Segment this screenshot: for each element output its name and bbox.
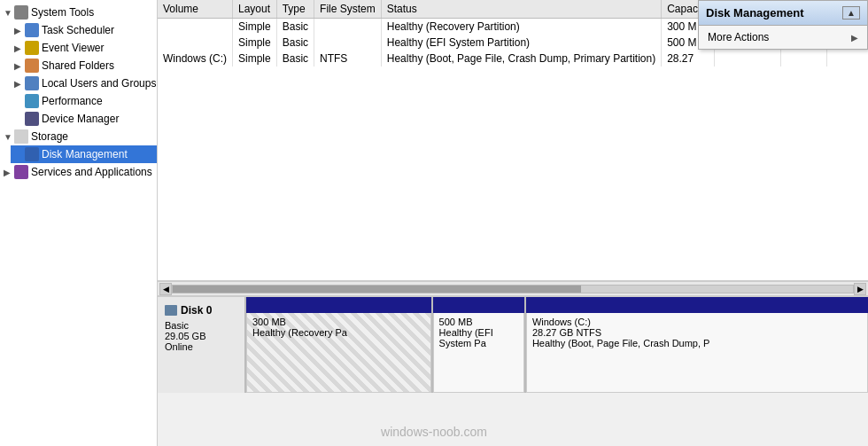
partition-windows[interactable]: Windows (C:) 28.27 GB NTFS Healthy (Boot… <box>526 297 868 393</box>
cell-ft <box>826 51 868 67</box>
col-fs: File System <box>314 0 382 19</box>
svcapp-icon <box>14 165 28 179</box>
sidebar-label-svcapp: Services and Applications <box>31 166 152 178</box>
sidebar-item-disk-management[interactable]: Disk Management <box>11 145 157 163</box>
sidebar-item-performance[interactable]: Performance <box>11 92 157 110</box>
col-volume: Volume <box>158 0 233 19</box>
col-status: Status <box>381 0 661 19</box>
expander-shared: ▶ <box>14 61 25 71</box>
sidebar: ▼ System Tools ▶ Task Scheduler ▶ Event … <box>0 0 158 446</box>
action-panel-title: Disk Management <box>706 6 804 20</box>
sidebar-label-perf: Performance <box>42 95 103 107</box>
col-layout: Layout <box>233 0 277 19</box>
cell-status: Healthy (EFI System Partition) <box>381 35 661 51</box>
cell-type: Basic <box>276 51 314 67</box>
partition-recovery[interactable]: 300 MB Healthy (Recovery Pa <box>246 297 433 393</box>
disk-partitions-container: 300 MB Healthy (Recovery Pa 500 MB Healt… <box>246 297 868 393</box>
tools-icon <box>14 5 28 20</box>
cell-type: Basic <box>276 19 314 35</box>
partition-body-windows: Windows (C:) 28.27 GB NTFS Healthy (Boot… <box>526 313 868 393</box>
disk-name: Disk 0 <box>165 304 237 317</box>
partition-status-recovery: Healthy (Recovery Pa <box>252 327 425 338</box>
expander-storage[interactable]: ▼ <box>4 132 14 142</box>
partition-efi[interactable]: 500 MB Healthy (EFI System Pa <box>433 297 526 393</box>
col-type: Type <box>276 0 314 19</box>
sidebar-label-devmgr: Device Manager <box>42 113 119 125</box>
cell-volume: Windows (C:) <box>158 51 233 67</box>
disk-visual-area: Disk 0 Basic 29.05 GB Online 300 MB Heal… <box>158 295 868 393</box>
partition-body-efi: 500 MB Healthy (EFI System Pa <box>433 313 524 393</box>
disk-info: Disk 0 Basic 29.05 GB Online <box>158 297 246 393</box>
devmgr-icon <box>25 112 39 126</box>
extra-disk-area <box>158 393 868 446</box>
cell-layout: Simple <box>233 19 277 35</box>
sidebar-item-local-users[interactable]: ▶ Local Users and Groups <box>11 74 157 92</box>
cell-layout: Simple <box>233 35 277 51</box>
cell-free <box>714 51 780 67</box>
partition-bar-recovery <box>246 297 431 313</box>
shared-icon <box>25 59 39 73</box>
cell-fs: NTFS <box>314 51 382 67</box>
more-actions-arrow-icon: ▶ <box>851 33 858 43</box>
sidebar-label-shared: Shared Folders <box>42 59 114 72</box>
task-icon <box>25 23 39 37</box>
action-panel-header: Disk Management ▲ <box>699 1 867 26</box>
scroll-right-arrow[interactable]: ▶ <box>854 283 866 295</box>
sidebar-label-event: Event Viewer <box>42 42 104 54</box>
expander-users: ▶ <box>14 79 25 89</box>
disk-label: Disk 0 <box>181 304 212 317</box>
cell-capacity: 28.27 <box>662 51 715 67</box>
cell-type: Basic <box>276 35 314 51</box>
sidebar-item-system-tools[interactable]: ▼ System Tools <box>0 4 157 21</box>
sidebar-item-event-viewer[interactable]: ▶ Event Viewer <box>11 39 157 57</box>
expander-event: ▶ <box>14 43 25 53</box>
sidebar-label-users: Local Users and Groups <box>42 77 156 90</box>
partition-size-windows: 28.27 GB NTFS <box>532 327 862 338</box>
cell-fs <box>314 35 382 51</box>
scroll-left-arrow[interactable]: ◀ <box>159 283 172 295</box>
sidebar-item-storage[interactable]: ▼ Storage <box>0 128 157 145</box>
expander-diskmgmt <box>14 150 25 160</box>
storage-icon <box>14 129 28 144</box>
partition-status-efi: Healthy (EFI System Pa <box>439 327 518 348</box>
partition-bar-efi <box>433 297 524 313</box>
cell-layout: Simple <box>233 51 277 67</box>
partitions-row: 300 MB Healthy (Recovery Pa 500 MB Healt… <box>246 297 868 393</box>
scrollbar-thumb[interactable] <box>173 286 581 293</box>
table-row[interactable]: Windows (C:) Simple Basic NTFS Healthy (… <box>158 51 868 67</box>
cell-pct <box>780 51 826 67</box>
sidebar-item-task-scheduler[interactable]: ▶ Task Scheduler <box>11 21 157 39</box>
more-actions-label: More Actions <box>708 31 769 43</box>
horizontal-scrollbar[interactable]: ◀ ▶ <box>158 281 868 295</box>
sidebar-item-shared-folders[interactable]: ▶ Shared Folders <box>11 57 157 74</box>
expander-perf <box>14 97 25 106</box>
expander-system-tools[interactable]: ▼ <box>4 8 14 18</box>
cell-fs <box>314 19 382 35</box>
action-panel-more-actions[interactable]: More Actions ▶ <box>699 26 867 49</box>
expander-task: ▶ <box>14 26 25 35</box>
partition-bar-windows <box>526 297 868 313</box>
partition-size-recovery: 300 MB <box>252 317 425 327</box>
sidebar-label-diskmgmt: Disk Management <box>42 148 128 160</box>
expander-svcapp[interactable]: ▶ <box>4 168 14 177</box>
action-panel-collapse-button[interactable]: ▲ <box>842 6 860 20</box>
perf-icon <box>25 94 39 108</box>
action-panel: Disk Management ▲ More Actions ▶ <box>698 0 868 50</box>
event-icon <box>25 41 39 55</box>
partition-body-recovery: 300 MB Healthy (Recovery Pa <box>246 313 431 393</box>
sidebar-item-services-apps[interactable]: ▶ Services and Applications <box>0 163 157 181</box>
disk-drive-icon <box>165 305 177 316</box>
expander-devmgr <box>14 114 25 124</box>
partition-status-windows: Healthy (Boot, Page File, Crash Dump, P <box>532 338 862 348</box>
partition-size-efi: 500 MB <box>439 317 518 327</box>
users-icon <box>25 76 39 90</box>
partition-name-windows: Windows (C:) <box>532 317 862 327</box>
scrollbar-track[interactable] <box>172 285 854 293</box>
cell-volume <box>158 19 233 35</box>
cell-volume <box>158 35 233 51</box>
sidebar-label-task: Task Scheduler <box>42 24 114 36</box>
sidebar-item-device-manager[interactable]: Device Manager <box>11 110 157 128</box>
diskmgmt-icon <box>25 147 39 161</box>
sidebar-label-storage: Storage <box>31 130 68 143</box>
disk-status: Online <box>165 341 237 352</box>
